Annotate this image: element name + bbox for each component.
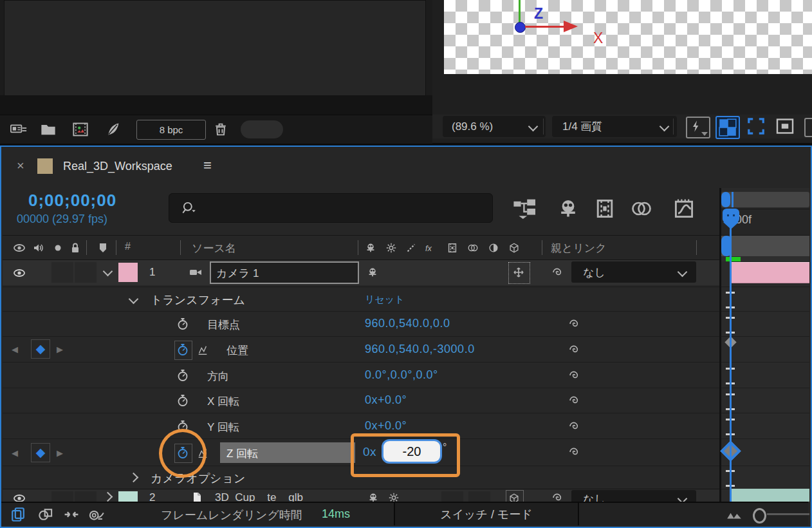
in-out-panes-icon[interactable]	[63, 506, 80, 523]
expand-layer-chevron[interactable]	[103, 492, 113, 502]
pickwhip-icon[interactable]	[567, 317, 580, 330]
transform-group-label[interactable]: トランスフォーム	[151, 292, 245, 308]
property-label[interactable]: 位置	[226, 343, 248, 358]
layer-row-camera[interactable]: 1 カメラ 1 なし	[3, 260, 719, 285]
source-name-column-header[interactable]: ソース名	[192, 241, 236, 256]
layer1-duration-bar[interactable]	[730, 262, 809, 283]
stopwatch-icon[interactable]	[176, 317, 189, 330]
pickwhip-icon[interactable]	[567, 420, 580, 433]
mini-flowchart-icon[interactable]	[511, 198, 539, 219]
pickwhip-icon[interactable]	[567, 343, 580, 356]
layer-switches-pane-icon[interactable]	[10, 506, 27, 523]
search-icon[interactable]	[181, 201, 198, 215]
toggle-pill[interactable]	[241, 120, 283, 138]
pickwhip-icon[interactable]	[567, 446, 580, 458]
property-value[interactable]: 0.0°,0.0°,0.0°	[365, 368, 438, 382]
velocity-graph-icon[interactable]	[197, 344, 208, 356]
next-keyframe-arrow[interactable]: ▶	[57, 445, 63, 462]
switch-slot[interactable]	[468, 491, 490, 502]
layer-visibility-eye-icon[interactable]	[13, 267, 26, 279]
switch-slot[interactable]	[75, 491, 97, 502]
parent-select[interactable]: なし	[571, 490, 696, 502]
safe-zones-button[interactable]	[775, 117, 795, 136]
property-label[interactable]: 目標点	[207, 317, 240, 332]
clipped-toolbar-button[interactable]	[804, 118, 812, 137]
property-value[interactable]: 0x+0.0°	[365, 419, 407, 433]
bpc-button[interactable]: 8 bpc	[136, 120, 206, 140]
render-time-pane-icon[interactable]	[88, 506, 106, 523]
magnification-select[interactable]: (89.6 %)	[443, 116, 546, 137]
layer-name-box[interactable]: カメラ 1	[210, 261, 359, 284]
switch-slot[interactable]	[75, 262, 97, 283]
property-row-orientation[interactable]: 方向 0.0°,0.0°,0.0°	[3, 362, 719, 388]
stopwatch-icon[interactable]	[176, 369, 189, 382]
pickwhip-icon[interactable]	[567, 394, 580, 407]
property-value[interactable]: 960.0,540.0,-3000.0	[365, 343, 475, 356]
layer-name[interactable]: 3D_Cup__te__glb	[215, 491, 303, 502]
render-queue-icon[interactable]	[8, 122, 30, 137]
hide-shy-layers-icon[interactable]	[556, 197, 580, 220]
folder-icon[interactable]	[40, 122, 57, 137]
renderer-cube-box[interactable]	[506, 490, 524, 502]
property-row-position[interactable]: ◀ ◆ ▶ 位置 960.0,540.0,-3000.0	[3, 336, 719, 363]
region-of-interest-button[interactable]	[745, 116, 767, 137]
parent-pickwhip-icon[interactable]	[551, 491, 564, 502]
stopwatch-icon[interactable]	[176, 394, 189, 407]
transfer-controls-pane-icon[interactable]	[37, 506, 54, 523]
zoom-out-mountains-icon[interactable]	[726, 509, 743, 520]
playhead-line[interactable]	[730, 222, 732, 502]
feather-icon[interactable]	[106, 121, 121, 138]
shy-toggle-icon[interactable]	[367, 267, 378, 278]
axis-origin-dot[interactable]	[515, 22, 526, 33]
reset-link[interactable]: リセット	[365, 294, 404, 306]
keyframe-toggle-box[interactable]: ◆	[31, 339, 50, 359]
layer-label-swatch[interactable]	[118, 263, 138, 282]
prev-keyframe-arrow[interactable]: ◀	[12, 445, 18, 462]
group-collapsed-chevron[interactable]	[129, 473, 139, 483]
property-label[interactable]: 方向	[207, 369, 229, 384]
keyframe-toggle-box[interactable]: ◆	[31, 443, 50, 462]
timeline-zoom-slider-knob[interactable]	[753, 508, 766, 523]
parent-pickwhip-icon[interactable]	[551, 266, 564, 279]
resolution-select[interactable]: 1/4 画質	[552, 116, 677, 137]
switches-modes-button[interactable]: スイッチ / モード	[394, 503, 579, 525]
collapse-transform-icon[interactable]	[388, 492, 400, 502]
current-time-display[interactable]: 0;00;00;00	[28, 191, 116, 211]
shy-toggle-icon[interactable]	[367, 492, 379, 502]
parent-link-column-header[interactable]: 親とリンク	[551, 241, 607, 256]
transform-group-row[interactable]: トランスフォーム リセット	[3, 287, 719, 312]
axis-mode-button[interactable]	[508, 262, 530, 284]
layer-row-3d-cup[interactable]: 2 3D_Cup__te__glb なし	[3, 489, 719, 502]
property-label[interactable]: X 回転	[207, 394, 239, 409]
property-row-x-rotation[interactable]: X 回転 0x+0.0°	[3, 388, 719, 413]
group-expand-chevron[interactable]	[129, 294, 139, 305]
prev-keyframe-arrow[interactable]: ◀	[12, 341, 18, 358]
property-label[interactable]: Y 回転	[207, 420, 239, 435]
property-row-point-of-interest[interactable]: 目標点 960.0,540.0,0.0	[3, 311, 719, 337]
time-navigator-bar[interactable]	[721, 192, 809, 207]
graph-editor-icon[interactable]	[672, 197, 696, 220]
playhead-head[interactable]	[723, 209, 739, 223]
switch-slot[interactable]	[51, 491, 73, 502]
layer2-duration-bar[interactable]	[730, 489, 809, 502]
tab-title[interactable]: Real_3D_Workspace	[63, 160, 172, 173]
camera-options-label[interactable]: カメラオプション	[151, 471, 245, 486]
search-input[interactable]	[205, 196, 484, 220]
pickwhip-icon[interactable]	[567, 369, 580, 382]
layer-visibility-eye-icon[interactable]	[13, 492, 26, 502]
property-value[interactable]: 960.0,540.0,0.0	[365, 317, 450, 330]
next-keyframe-arrow[interactable]: ▶	[57, 341, 63, 358]
selected-property-highlight[interactable]: Z 回転	[220, 442, 355, 463]
property-value[interactable]: 0x+0.0°	[365, 393, 407, 407]
navigator-thumb-edge[interactable]	[732, 192, 734, 207]
frame-blending-icon[interactable]	[593, 197, 616, 220]
tab-close-icon[interactable]: ×	[17, 158, 24, 173]
switch-slot[interactable]	[51, 262, 73, 283]
layer-label-swatch[interactable]	[118, 491, 138, 502]
footage-icon[interactable]	[72, 122, 89, 137]
stopwatch-active-box[interactable]	[174, 341, 192, 360]
work-area-bar[interactable]	[721, 236, 809, 256]
trash-icon[interactable]	[213, 121, 228, 138]
panel-menu-icon[interactable]: ≡	[203, 157, 212, 174]
search-field[interactable]	[169, 193, 493, 223]
